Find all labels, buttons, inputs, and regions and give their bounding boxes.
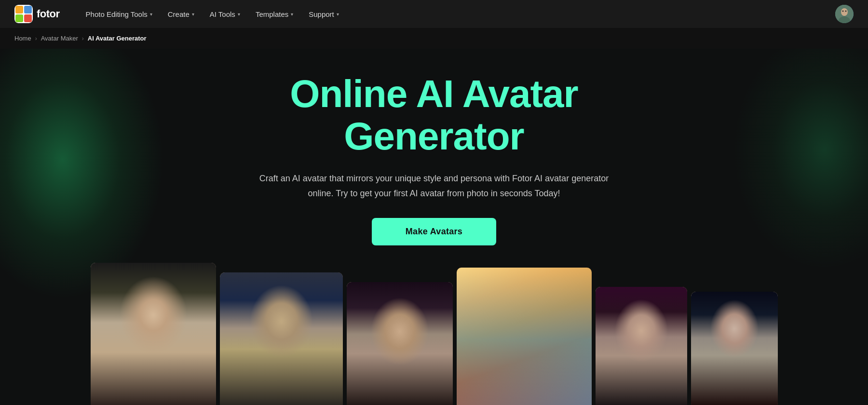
nav-item-create[interactable]: Create ▾ — [161, 7, 201, 21]
svg-rect-1 — [15, 6, 23, 14]
svg-point-9 — [845, 11, 847, 12]
hero-title: Online AI Avatar Generator — [290, 73, 578, 158]
portrait-artistic-colorful — [457, 268, 592, 405]
nav-items: Photo Editing Tools ▾ Create ▾ AI Tools … — [79, 7, 830, 21]
nav-item-ai-tools[interactable]: AI Tools ▾ — [203, 7, 247, 21]
svg-rect-2 — [24, 6, 32, 14]
svg-point-8 — [842, 11, 844, 12]
nav-item-photo-editing[interactable]: Photo Editing Tools ▾ — [79, 7, 159, 21]
gallery-image-4 — [457, 268, 592, 405]
gallery-image-3 — [347, 282, 453, 405]
gallery-image-6 — [691, 292, 778, 405]
portrait-female-dark-hair — [347, 282, 453, 405]
chevron-down-icon: ▾ — [150, 12, 152, 17]
svg-point-6 — [841, 8, 848, 16]
portrait-female-blue-hair — [596, 287, 687, 405]
gallery-image-2 — [220, 272, 343, 405]
chevron-down-icon: ▾ — [192, 12, 194, 17]
logo-icon — [14, 5, 33, 23]
user-avatar[interactable] — [835, 5, 854, 23]
nav-item-support[interactable]: Support ▾ — [302, 7, 346, 21]
nav-item-templates[interactable]: Templates ▾ — [249, 7, 300, 21]
breadcrumb: Home › Avatar Maker › AI Avatar Generato… — [0, 28, 868, 49]
gallery-image-5 — [596, 287, 687, 405]
avatar-gallery — [145, 263, 723, 405]
chevron-down-icon: ▾ — [238, 12, 240, 17]
portrait-female-gray-hair — [91, 263, 216, 405]
breadcrumb-home[interactable]: Home — [14, 35, 31, 42]
portrait-male-beard — [220, 272, 343, 405]
make-avatars-button[interactable]: Make Avatars — [372, 218, 496, 245]
logo[interactable]: fotor — [14, 5, 60, 23]
breadcrumb-separator-1: › — [35, 35, 37, 42]
chevron-down-icon: ▾ — [291, 12, 293, 17]
logo-text: fotor — [37, 8, 60, 20]
hero-subtitle: Craft an AI avatar that mirrors your uni… — [246, 171, 622, 201]
navbar: fotor Photo Editing Tools ▾ Create ▾ AI … — [0, 0, 868, 28]
breadcrumb-avatar-maker[interactable]: Avatar Maker — [41, 35, 78, 42]
portrait-female-small — [691, 292, 778, 405]
chevron-down-icon: ▾ — [337, 12, 339, 17]
hero-section: Online AI Avatar Generator Craft an AI a… — [0, 49, 868, 405]
svg-rect-4 — [24, 14, 32, 22]
gallery-image-1 — [91, 263, 216, 405]
svg-rect-3 — [15, 14, 23, 22]
nav-right — [835, 5, 854, 23]
breadcrumb-current-page: AI Avatar Generator — [88, 35, 147, 42]
breadcrumb-separator-2: › — [82, 35, 84, 42]
hero-content: Online AI Avatar Generator Craft an AI a… — [0, 49, 868, 245]
